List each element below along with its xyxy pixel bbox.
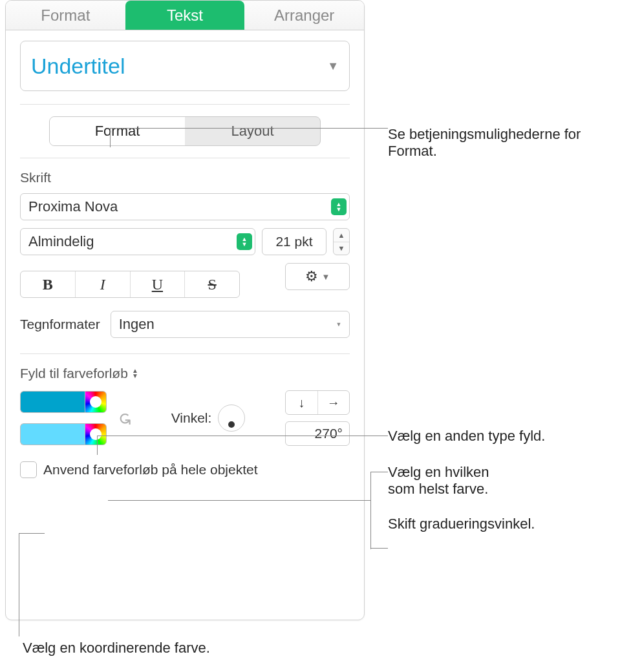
color-picker-button-1[interactable] (85, 391, 107, 413)
strikethrough-button[interactable]: S (185, 271, 239, 297)
callout-any-color: Vælg en hvilken som helst farve. (388, 464, 621, 498)
swap-colors-icon[interactable]: ↻ (114, 411, 134, 425)
fill-type-label: Fyld til farveforløb (20, 366, 128, 381)
stepper-down-icon[interactable]: ▼ (334, 242, 349, 255)
angle-dial[interactable] (218, 404, 245, 432)
gradient-direction-segmented: ↓ → (285, 390, 350, 415)
callout-format: Se betjeningsmulighederne for Format. (388, 126, 621, 160)
text-style-group: B I U S (20, 271, 240, 298)
bold-button[interactable]: B (21, 271, 76, 297)
callout-angle: Skift gradueringsvinkel. (388, 516, 627, 532)
angle-value-field[interactable]: 270° (285, 421, 350, 446)
gradient-stops (20, 391, 107, 445)
chevron-down-icon: ▼ (322, 272, 330, 282)
font-size-stepper[interactable]: ▲ ▼ (333, 228, 350, 255)
font-size-field[interactable]: 21 pkt (262, 228, 326, 255)
apply-whole-object-label: Anvend farveforløb på hele objektet (43, 462, 258, 478)
font-family-select[interactable]: Proxima Nova ▲▼ (20, 193, 350, 220)
subtab-layout[interactable]: Layout (185, 117, 320, 145)
paragraph-style-dropdown[interactable]: Undertitel ▼ (20, 41, 350, 91)
updown-icon: ▲▼ (132, 368, 138, 379)
fill-type-dropdown[interactable]: Fyld til farveforløb ▲▼ (20, 366, 350, 381)
callout-fill-type: Vælg en anden type fyld. (388, 428, 621, 445)
popup-indicator-icon: ▲▼ (331, 198, 347, 215)
paragraph-style-name: Undertitel (31, 54, 125, 79)
divider (20, 353, 350, 354)
divider (20, 104, 350, 105)
inspector-panel: Format Tekst Arranger Undertitel ▼ Forma… (5, 0, 365, 620)
font-size-value: 21 pkt (275, 234, 312, 249)
direction-down-button[interactable]: ↓ (286, 391, 318, 414)
top-tabs: Format Tekst Arranger (6, 1, 364, 30)
char-formats-select[interactable]: Ingen ▼ (111, 311, 350, 338)
direction-right-button[interactable]: → (318, 391, 350, 414)
char-formats-label: Tegnformater (20, 317, 100, 332)
underline-button[interactable]: U (131, 271, 186, 297)
gradient-stop-2-color[interactable] (20, 423, 85, 445)
chevron-down-icon: ▼ (327, 59, 339, 73)
chevron-down-icon: ▼ (331, 316, 347, 333)
char-formats-value: Ingen (119, 316, 155, 333)
stepper-up-icon[interactable]: ▲ (334, 229, 349, 242)
angle-label: Vinkel: (171, 410, 212, 426)
tab-format-top[interactable]: Format (6, 1, 125, 30)
color-picker-button-2[interactable] (85, 423, 107, 445)
font-weight-select[interactable]: Almindelig ▲▼ (20, 228, 255, 255)
callout-coord-color: Vælg en koordinerende farve. (23, 640, 294, 656)
font-weight-value: Almindelig (28, 233, 94, 250)
popup-indicator-icon: ▲▼ (237, 233, 252, 250)
apply-whole-object-checkbox[interactable] (20, 461, 37, 478)
format-layout-segmented: Format Layout (49, 116, 321, 146)
gear-icon: ⚙ (305, 268, 318, 285)
divider (20, 158, 350, 158)
tab-tekst-top[interactable]: Tekst (125, 1, 245, 30)
tab-arranger-top[interactable]: Arranger (244, 1, 364, 30)
advanced-options-button[interactable]: ⚙ ▼ (285, 263, 350, 290)
gradient-stop-1-color[interactable] (20, 391, 85, 413)
angle-value: 270° (315, 426, 343, 441)
subtab-format[interactable]: Format (50, 117, 185, 145)
font-section-label: Skrift (20, 170, 350, 185)
italic-button[interactable]: I (76, 271, 131, 297)
font-family-value: Proxima Nova (28, 198, 118, 215)
